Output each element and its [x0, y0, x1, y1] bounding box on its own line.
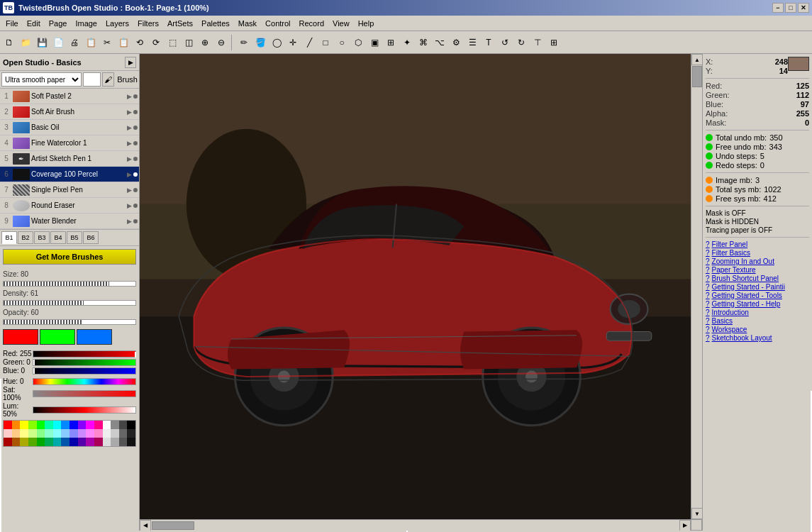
menu-help[interactable]: Help: [354, 18, 379, 29]
bank-b1[interactable]: B1: [1, 231, 17, 244]
toolbar-btn29[interactable]: ☰: [465, 35, 480, 50]
bank-b4[interactable]: B4: [50, 231, 66, 244]
swatch-19[interactable]: [20, 438, 28, 446]
toolbar-text[interactable]: T: [481, 35, 496, 50]
scroll-up-button[interactable]: ▲: [691, 54, 702, 65]
swatch-black[interactable]: [127, 421, 135, 429]
minimize-button[interactable]: −: [772, 3, 784, 13]
swatch-1[interactable]: [4, 429, 12, 438]
toolbar-btn5[interactable]: 🖨: [67, 35, 82, 50]
swatch-26[interactable]: [78, 438, 87, 446]
toolbar-btn13[interactable]: ⊕: [197, 35, 213, 50]
green-slider[interactable]: [33, 359, 136, 366]
secondary-color-swatch[interactable]: [40, 329, 75, 345]
scroll-track-horizontal[interactable]: [151, 521, 679, 531]
swatch-30[interactable]: [111, 438, 119, 446]
hue-slider[interactable]: [33, 378, 136, 385]
swatch-purple[interactable]: [78, 421, 87, 429]
swatch-red[interactable]: [4, 421, 12, 429]
get-more-brushes-button[interactable]: Get More Brushes: [3, 249, 136, 265]
bank-b3[interactable]: B3: [34, 231, 50, 244]
swatch-28[interactable]: [94, 438, 103, 446]
menu-record[interactable]: Record: [295, 18, 328, 29]
toolbar-btn34[interactable]: ⊞: [546, 35, 562, 50]
bank-b2[interactable]: B2: [18, 231, 33, 244]
swatch-7[interactable]: [53, 429, 62, 438]
toolbar-btn25[interactable]: ✦: [399, 35, 415, 50]
swatch-16[interactable]: [127, 429, 135, 438]
toolbar-bucket[interactable]: 🪣: [252, 35, 268, 50]
swatch-2[interactable]: [12, 429, 21, 438]
swatch-white[interactable]: [103, 421, 111, 429]
menu-artsets[interactable]: ArtSets: [163, 18, 197, 29]
swatch-21[interactable]: [37, 438, 45, 446]
toolbar-circle[interactable]: ◯: [269, 35, 284, 50]
link-workspace[interactable]: ? Workspace: [706, 326, 809, 333]
close-button[interactable]: ✕: [798, 3, 809, 13]
link-getting-started-help[interactable]: ? Getting Started - Help: [706, 300, 809, 308]
link-filter-panel[interactable]: ? Filter Panel: [706, 240, 809, 248]
scroll-thumb-vertical[interactable]: [692, 66, 702, 87]
swatch-sky[interactable]: [61, 421, 69, 429]
scroll-down-button[interactable]: ▼: [691, 508, 702, 519]
toolbar-btn14[interactable]: ⊖: [213, 35, 229, 50]
toolbar-btn32[interactable]: ↻: [513, 35, 529, 50]
swatch-25[interactable]: [69, 438, 78, 446]
swatch-23[interactable]: [53, 438, 62, 446]
swatch-9[interactable]: [69, 429, 78, 438]
toolbar-move[interactable]: ✛: [285, 35, 301, 50]
toolbar-save[interactable]: 💾: [34, 35, 50, 50]
menu-control[interactable]: Control: [261, 18, 294, 29]
brush-item-7[interactable]: 7 Single Pixel Pen ▶: [0, 182, 139, 198]
toolbar-btn6[interactable]: 📋: [83, 35, 99, 50]
toolbar-btn27[interactable]: ⌥: [432, 35, 447, 50]
swatch-13[interactable]: [103, 429, 111, 438]
swatch-pink[interactable]: [94, 421, 103, 429]
brush-item-9[interactable]: 9 Water Blender ▶: [0, 214, 139, 229]
swatch-orange[interactable]: [12, 421, 21, 429]
paper-texture-select[interactable]: Ultra smooth paper Rough paper Canvas: [1, 72, 82, 87]
swatch-darkgray[interactable]: [119, 421, 128, 429]
scroll-track-vertical[interactable]: [691, 65, 702, 508]
swatch-magenta[interactable]: [86, 421, 94, 429]
red-slider[interactable]: [33, 350, 136, 358]
maximize-button[interactable]: □: [785, 3, 796, 13]
bank-b5[interactable]: B5: [67, 231, 82, 244]
brush-item-3[interactable]: 3 Basic Oil ▶: [0, 120, 139, 135]
swatch-24[interactable]: [61, 438, 69, 446]
swatch-6[interactable]: [45, 429, 53, 438]
swatch-green[interactable]: [37, 421, 45, 429]
menu-palettes[interactable]: Palettes: [197, 18, 234, 29]
toolbar-pen[interactable]: ✏: [236, 35, 252, 50]
toolbar-save2[interactable]: 📄: [50, 35, 66, 50]
toolbar-btn7[interactable]: ✂: [99, 35, 115, 50]
toolbar-btn12[interactable]: ◫: [181, 35, 196, 50]
toolbar-btn9[interactable]: ⟲: [132, 35, 148, 50]
toolbar-line[interactable]: ╱: [301, 35, 317, 50]
swatch-8[interactable]: [61, 429, 69, 438]
link-getting-started-paint[interactable]: ? Getting Started - Paintii: [706, 283, 809, 291]
brush-item-5[interactable]: 5 ✒ Artist Sketch Pen 1 ▶: [0, 151, 139, 167]
brush-item-1[interactable]: 1 Soft Pastel 2 ▶: [0, 89, 139, 104]
swatch-29[interactable]: [103, 438, 111, 446]
toolbar-btn11[interactable]: ⬚: [165, 35, 180, 50]
swatch-12[interactable]: [94, 429, 103, 438]
brush-category-arrow[interactable]: ▶: [125, 57, 136, 68]
menu-view[interactable]: View: [328, 18, 354, 29]
painting[interactable]: [140, 54, 691, 519]
link-getting-started-tools[interactable]: ? Getting Started - Tools: [706, 292, 809, 299]
swatch-18[interactable]: [12, 438, 21, 446]
toolbar-btn31[interactable]: ↺: [497, 35, 513, 50]
link-zooming[interactable]: ? Zooming In and Out: [706, 257, 809, 265]
menu-file[interactable]: File: [1, 18, 23, 29]
toolbar-btn24[interactable]: ⊞: [383, 35, 399, 50]
brush-item-2[interactable]: 2 Soft Air Brush ▶: [0, 104, 139, 120]
menu-edit[interactable]: Edit: [23, 18, 45, 29]
swatch-11[interactable]: [86, 429, 94, 438]
blue-slider[interactable]: [33, 367, 136, 375]
link-brush-shortcut[interactable]: ? Brush Shortcut Panel: [706, 275, 809, 282]
swatch-27[interactable]: [86, 438, 94, 446]
swatch-17[interactable]: [4, 438, 12, 446]
toolbar-btn26[interactable]: ⌘: [416, 35, 431, 50]
swatch-32[interactable]: [127, 438, 135, 446]
